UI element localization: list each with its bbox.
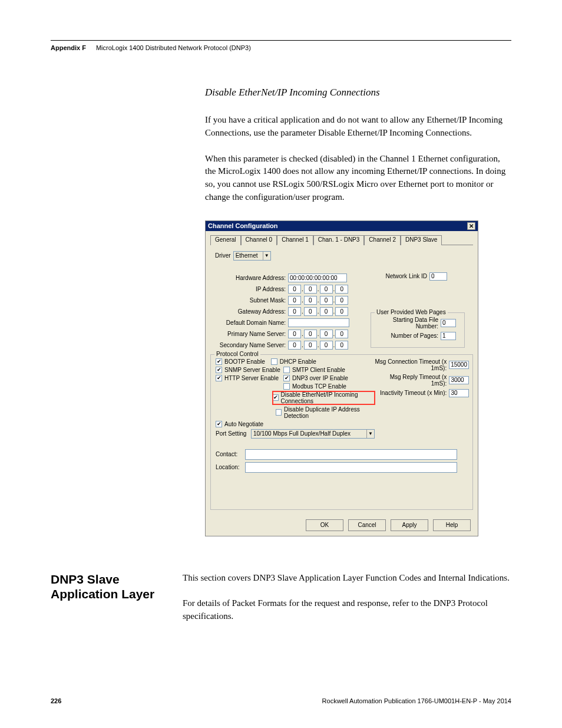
- dnp3ip-label: DNP3 over IP Enable: [292, 375, 348, 381]
- numpages-field[interactable]: 1: [441, 332, 456, 340]
- inact-label: Inactivity Timeout (x Min):: [375, 390, 449, 396]
- dialog-button-row: OK Cancel Apply Help: [206, 515, 478, 536]
- appendix-label: Appendix F: [51, 44, 86, 51]
- section-heading: DNP3 Slave Application Layer: [51, 572, 183, 636]
- pns-oct-3[interactable]: 0: [335, 330, 348, 338]
- pns-oct-0[interactable]: 0: [288, 330, 301, 338]
- pns-label: Primary Name Server:: [210, 331, 288, 337]
- disable-eip-checkbox[interactable]: ✔: [273, 394, 279, 401]
- sns-oct-1[interactable]: 0: [304, 341, 317, 350]
- help-button[interactable]: Help: [433, 519, 471, 531]
- autoneg-checkbox[interactable]: ✔: [216, 421, 222, 427]
- disable-dup-label: Disable Duplicate IP Address Detection: [284, 406, 375, 419]
- http-checkbox[interactable]: ✔: [216, 375, 222, 381]
- ip-label: IP Address:: [210, 286, 288, 292]
- port-label: Port Setting: [216, 430, 251, 437]
- gateway-label: Gateway Address:: [210, 308, 288, 315]
- page-footer: 226 Rockwell Automation Publication 1766…: [51, 697, 511, 704]
- disable-eip-highlight: ✔ Disable EtherNet/IP Incoming Connectio…: [273, 391, 375, 404]
- tab-channel0[interactable]: Channel 0: [241, 235, 277, 245]
- chevron-down-icon: ▼: [366, 430, 374, 438]
- domain-field[interactable]: [288, 318, 349, 327]
- domain-label: Default Domain Name:: [210, 319, 288, 326]
- subnet-oct-1[interactable]: 0: [304, 296, 317, 305]
- tab-strip: General Channel 0 Channel 1 Chan. 1 - DN…: [210, 235, 473, 245]
- inact-field[interactable]: 30: [449, 389, 469, 397]
- http-label: HTTP Server Enable: [224, 375, 283, 381]
- dnp3ip-checkbox[interactable]: ✔: [283, 375, 290, 381]
- modbus-label: Modbus TCP Enable: [292, 383, 346, 390]
- hw-label: Hardware Address:: [210, 275, 288, 281]
- pns-oct-2[interactable]: 0: [320, 330, 333, 338]
- tab-chan1-dnp3[interactable]: Chan. 1 - DNP3: [313, 235, 365, 245]
- cancel-button[interactable]: Cancel: [348, 519, 386, 531]
- chevron-down-icon: ▼: [263, 252, 270, 260]
- msgreply-field[interactable]: 3000: [449, 376, 469, 384]
- startfile-label: Starting Data File Number:: [376, 317, 441, 330]
- gateway-oct-1[interactable]: 0: [304, 307, 317, 316]
- disable-eip-label: Disable EtherNet/IP Incoming Connections: [281, 391, 374, 404]
- ip-oct-1[interactable]: 0: [304, 285, 317, 294]
- hw-field[interactable]: 00:00:00:00:00:00: [288, 274, 347, 282]
- autoneg-label: Auto Negotiate: [224, 421, 263, 427]
- msgconn-label: Msg Connection Timeout (x 1mS):: [375, 358, 449, 371]
- subnet-oct-2[interactable]: 0: [320, 296, 333, 305]
- snmp-checkbox[interactable]: ✔: [216, 367, 222, 373]
- section2-p1: This section covers DNP3 Slave Applicati…: [183, 572, 511, 585]
- gateway-oct-3[interactable]: 0: [335, 307, 348, 316]
- port-select[interactable]: 10/100 Mbps Full Duplex/Half Duplex ▼: [251, 429, 375, 439]
- ip-oct-2[interactable]: 0: [320, 285, 333, 294]
- dhcp-checkbox[interactable]: [271, 358, 277, 365]
- channel-config-dialog: Channel Configuration ✕ General Channel …: [205, 220, 478, 536]
- sns-label: Secondary Name Server:: [210, 342, 288, 348]
- netlink-label: Network Link ID: [371, 273, 429, 279]
- subnet-oct-3[interactable]: 0: [335, 296, 348, 305]
- ip-oct-3[interactable]: 0: [335, 285, 348, 294]
- header-title: MicroLogix 1400 Distributed Network Prot…: [96, 44, 251, 51]
- msgconn-field[interactable]: 15000: [449, 361, 469, 369]
- contact-field[interactable]: [245, 449, 457, 460]
- user-web-legend: User Provided Web Pages: [375, 309, 448, 315]
- startfile-field[interactable]: 0: [441, 319, 456, 327]
- modbus-checkbox[interactable]: [283, 383, 290, 390]
- bootp-label: BOOTP Enable: [224, 358, 265, 365]
- paragraph-2: When this parameter is checked (disabled…: [205, 153, 511, 204]
- ok-button[interactable]: OK: [306, 519, 343, 531]
- netlink-field[interactable]: 0: [429, 272, 447, 281]
- apply-button[interactable]: Apply: [391, 519, 428, 531]
- proto-legend: Protocol Control: [214, 351, 260, 357]
- ip-oct-0[interactable]: 0: [288, 285, 301, 294]
- msgreply-label: Msg Reply Timeout (x 1mS):: [375, 374, 449, 387]
- user-web-pages-group: User Provided Web Pages Starting Data Fi…: [371, 312, 465, 348]
- sns-oct-0[interactable]: 0: [288, 341, 301, 350]
- tab-general[interactable]: General: [210, 235, 241, 245]
- location-field[interactable]: [245, 462, 457, 473]
- close-icon[interactable]: ✕: [467, 222, 475, 230]
- contact-label: Contact:: [216, 451, 245, 457]
- tab-dnp3-slave[interactable]: DNP3 Slave: [401, 235, 442, 245]
- sns-oct-3[interactable]: 0: [335, 341, 348, 350]
- gateway-oct-0[interactable]: 0: [288, 307, 301, 316]
- page-number: 226: [51, 697, 61, 704]
- smtp-label: SMTP Client Enable: [292, 367, 345, 373]
- protocol-control-group: Protocol Control ✔ BOOTP Enable DHCP Ena…: [210, 354, 473, 510]
- tab-channel1[interactable]: Channel 1: [277, 235, 313, 245]
- running-header: Appendix F MicroLogix 1400 Distributed N…: [51, 44, 511, 51]
- sns-oct-2[interactable]: 0: [320, 341, 333, 350]
- driver-select[interactable]: Ethernet ▼: [233, 251, 271, 261]
- location-label: Location:: [216, 464, 245, 470]
- pns-oct-1[interactable]: 0: [304, 330, 317, 338]
- bootp-checkbox[interactable]: ✔: [216, 358, 222, 365]
- snmp-label: SNMP Server Enable: [224, 367, 283, 373]
- tab-channel2[interactable]: Channel 2: [364, 235, 401, 245]
- subnet-oct-0[interactable]: 0: [288, 296, 301, 305]
- dialog-titlebar: Channel Configuration ✕: [206, 221, 478, 231]
- subheading: Disable EtherNet/IP Incoming Connections: [205, 87, 511, 98]
- numpages-label: Number of Pages:: [376, 332, 441, 339]
- smtp-checkbox[interactable]: [283, 367, 290, 373]
- paragraph-1: If you have a critical application and d…: [205, 114, 511, 140]
- dialog-title: Channel Configuration: [208, 222, 278, 229]
- disable-dup-checkbox[interactable]: [276, 409, 282, 416]
- gateway-oct-2[interactable]: 0: [320, 307, 333, 316]
- publication-info: Rockwell Automation Publication 1766-UM0…: [322, 697, 511, 704]
